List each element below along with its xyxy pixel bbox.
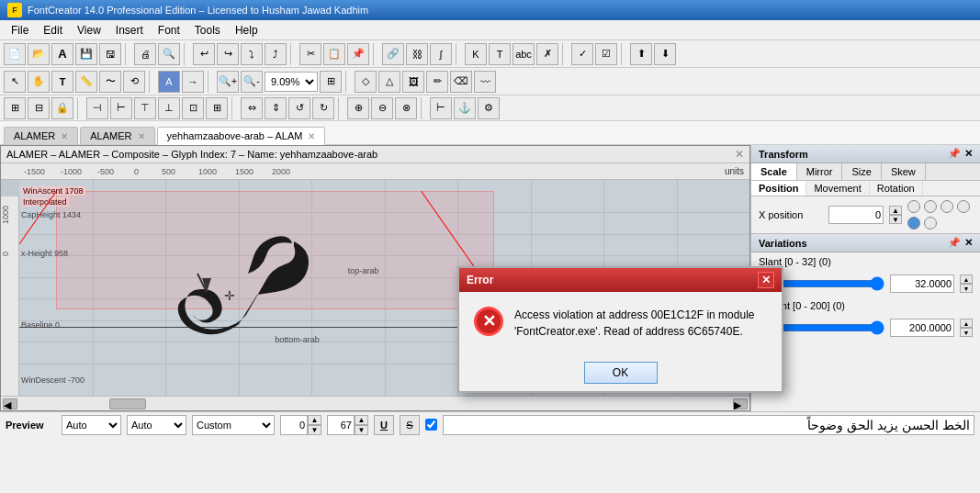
rotate-btn[interactable]: ↺: [288, 97, 310, 119]
save2-btn[interactable]: 🖫: [99, 43, 121, 65]
redo2-btn[interactable]: ⤴: [265, 43, 287, 65]
x-pos-input[interactable]: [828, 206, 884, 224]
lock-btn[interactable]: 🔒: [51, 97, 73, 119]
transform-pin[interactable]: 📌: [948, 148, 961, 160]
canvas-close[interactable]: ✕: [735, 148, 744, 161]
eraser-btn[interactable]: ⌫: [450, 71, 472, 93]
font-btn[interactable]: A: [51, 43, 73, 65]
strikethrough-btn[interactable]: S: [400, 415, 420, 435]
num2-up[interactable]: ▲: [355, 415, 368, 425]
paste-btn[interactable]: 📌: [347, 43, 369, 65]
menu-insert[interactable]: Insert: [108, 22, 151, 39]
slant-down[interactable]: ▼: [960, 284, 973, 293]
text-btn[interactable]: T: [51, 71, 73, 93]
tab-size[interactable]: Size: [842, 163, 881, 180]
preview-combo1[interactable]: Auto: [62, 415, 121, 435]
variations-close[interactable]: ✕: [964, 237, 973, 249]
check2-btn[interactable]: ☑: [595, 43, 617, 65]
scroll-right-btn[interactable]: ▶: [733, 398, 748, 409]
slant-input[interactable]: [890, 275, 954, 293]
num1-down[interactable]: ▼: [308, 425, 321, 435]
menu-tools[interactable]: Tools: [187, 22, 228, 39]
slant-up[interactable]: ▲: [960, 275, 973, 284]
x-pos-down[interactable]: ▼: [889, 215, 902, 224]
menu-edit[interactable]: Edit: [36, 22, 70, 39]
snap-btn[interactable]: ⊟: [28, 97, 50, 119]
tab-mirror[interactable]: Mirror: [797, 163, 843, 180]
menu-file[interactable]: File: [4, 22, 36, 39]
subtab-movement[interactable]: Movement: [806, 181, 869, 196]
menu-help[interactable]: Help: [228, 22, 265, 39]
tab-alamer2[interactable]: ALAMER ✕: [80, 127, 154, 144]
ruler-btn[interactable]: 📏: [75, 71, 97, 93]
hand-btn[interactable]: ✋: [28, 71, 50, 93]
h-scrollbar[interactable]: ◀ ▶: [1, 396, 749, 410]
tab-alamer1[interactable]: ALAMER ✕: [4, 127, 78, 144]
link2-btn[interactable]: ⛓: [406, 43, 428, 65]
preview-checkbox[interactable]: [425, 419, 437, 431]
clear-btn[interactable]: ✗: [536, 43, 558, 65]
preview-combo2[interactable]: Auto: [127, 415, 186, 435]
formula-btn[interactable]: ∫: [430, 43, 452, 65]
preview-combo3[interactable]: Custom: [192, 415, 275, 435]
tab-yeh[interactable]: yehhamzaabove-arab – ALAM ✕: [157, 127, 326, 145]
node-btn[interactable]: ◇: [355, 71, 377, 93]
scroll-thumb[interactable]: [109, 398, 146, 409]
subtract-btn[interactable]: ⊖: [371, 97, 393, 119]
copy-btn[interactable]: 📋: [323, 43, 345, 65]
transform-close[interactable]: ✕: [964, 148, 973, 160]
variations-pin[interactable]: 📌: [948, 237, 961, 249]
save-btn[interactable]: 💾: [75, 43, 97, 65]
anchor-tl[interactable]: [907, 200, 920, 213]
scroll-left-btn[interactable]: ◀: [3, 398, 17, 409]
weight-down[interactable]: ▼: [960, 328, 973, 337]
subtab-rotation[interactable]: Rotation: [870, 181, 923, 196]
undo2-btn[interactable]: ↪: [217, 43, 239, 65]
check-btn[interactable]: ✓: [571, 43, 593, 65]
cut-btn[interactable]: ✂: [299, 43, 321, 65]
redo-btn[interactable]: ⤵: [241, 43, 263, 65]
transform-btn2[interactable]: ⟲: [123, 71, 145, 93]
pencil2-btn[interactable]: 〰: [474, 71, 496, 93]
merge-btn[interactable]: ⊕: [347, 97, 369, 119]
close-tab-2[interactable]: ✕: [138, 131, 145, 141]
tab-scale[interactable]: Scale: [751, 163, 797, 180]
anchor-btn[interactable]: ⚓: [454, 97, 476, 119]
export-btn[interactable]: ⬆: [630, 43, 652, 65]
color-btn[interactable]: A: [158, 71, 180, 93]
num2-down[interactable]: ▼: [355, 425, 368, 435]
align4-btn[interactable]: ⊥: [158, 97, 180, 119]
abc-btn[interactable]: abc: [513, 43, 535, 65]
align2-btn[interactable]: ⊢: [110, 97, 132, 119]
open-btn[interactable]: 📂: [28, 43, 50, 65]
anchor-tr[interactable]: [941, 200, 953, 213]
settings-btn[interactable]: ⚙: [478, 97, 500, 119]
flip-h-btn[interactable]: ⇔: [241, 97, 263, 119]
undo-btn[interactable]: ↩: [193, 43, 215, 65]
align3-btn[interactable]: ⊤: [134, 97, 156, 119]
close-tab-1[interactable]: ✕: [61, 131, 68, 141]
select-btn[interactable]: ↖: [4, 71, 26, 93]
pen-btn[interactable]: ✏: [426, 71, 448, 93]
anchor-tc[interactable]: [924, 200, 937, 213]
preview-text-field[interactable]: الخط الحسن يزيد الحق وضوحاً: [443, 415, 974, 435]
flip-v-btn[interactable]: ⇕: [265, 97, 287, 119]
menu-view[interactable]: View: [70, 22, 108, 39]
align5-btn[interactable]: ⊡: [182, 97, 204, 119]
close-tab-3[interactable]: ✕: [308, 131, 315, 141]
anchor-mc[interactable]: [907, 217, 920, 230]
test-btn[interactable]: T: [489, 43, 511, 65]
num1-input[interactable]: [280, 415, 308, 435]
num2-input[interactable]: [327, 415, 355, 435]
intersect-btn[interactable]: ⊗: [395, 97, 417, 119]
subtab-position[interactable]: Position: [751, 181, 806, 196]
print-btn[interactable]: 🖨: [134, 43, 156, 65]
contour-btn[interactable]: △: [378, 71, 400, 93]
zoom-in-btn[interactable]: 🔍+: [217, 71, 239, 93]
ok-button[interactable]: OK: [584, 362, 658, 384]
rotate2-btn[interactable]: ↻: [312, 97, 334, 119]
dialog-close-btn[interactable]: ✕: [758, 272, 774, 288]
num1-up[interactable]: ▲: [308, 415, 321, 425]
anchor-ml[interactable]: [957, 200, 970, 213]
x-pos-up[interactable]: ▲: [889, 206, 902, 215]
